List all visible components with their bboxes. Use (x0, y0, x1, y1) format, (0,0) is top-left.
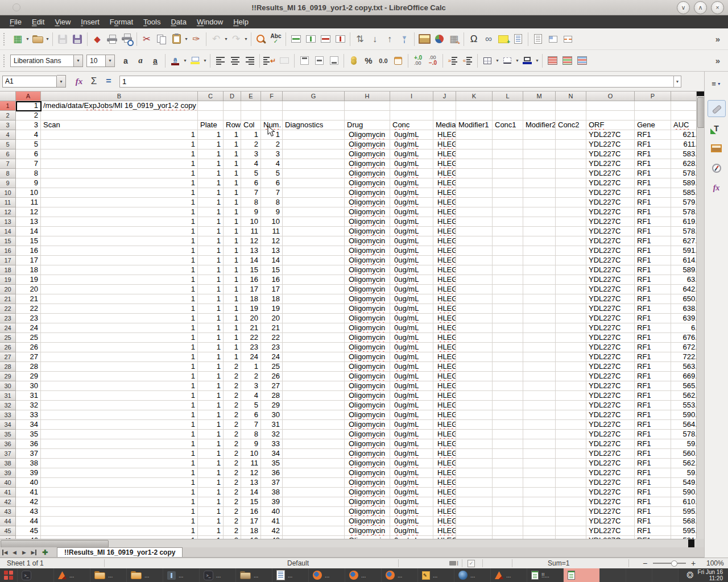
cell-F41[interactable]: 38 (261, 488, 283, 497)
autofilter-icon[interactable]: ▼ (397, 32, 412, 47)
decrease-indent-icon[interactable]: « (460, 53, 475, 68)
cell-J6[interactable]: HLEG (433, 149, 456, 159)
cell-G31[interactable] (283, 391, 345, 401)
cell-I11[interactable]: 0ug/mL (390, 198, 433, 207)
cell-E17[interactable]: 14 (241, 256, 261, 265)
cell-L5[interactable] (493, 140, 523, 149)
cell-G36[interactable] (283, 439, 345, 449)
cell-O38[interactable]: YDL227C (586, 459, 635, 468)
cell-Q30[interactable]: 565.5 (671, 381, 697, 391)
cell-F13[interactable]: 10 (261, 217, 283, 227)
align-right-icon[interactable] (242, 53, 257, 68)
cell-B38[interactable]: 1 (41, 459, 198, 468)
align-left-icon[interactable] (213, 53, 228, 68)
cell-D5[interactable]: 1 (224, 140, 241, 149)
border-color-dropdown-arrow[interactable]: ▼ (535, 53, 540, 68)
cell-O9[interactable]: YDL227C (586, 178, 635, 188)
cell-L13[interactable] (493, 217, 523, 227)
cell-J29[interactable]: HLEG (433, 372, 456, 381)
cell-B35[interactable]: 1 (41, 430, 198, 439)
cell-D10[interactable]: 1 (224, 188, 241, 198)
column-header-L[interactable]: L (493, 92, 523, 101)
cell-F24[interactable]: 21 (261, 323, 283, 333)
cell-K44[interactable] (456, 517, 493, 526)
cell-O24[interactable]: YDL227C (586, 323, 635, 333)
row-header-13[interactable]: 13 (0, 217, 16, 227)
cell-L19[interactable] (493, 275, 523, 285)
cell-B9[interactable]: 1 (41, 178, 198, 188)
cell-E41[interactable]: 14 (241, 488, 261, 497)
cell-M16[interactable] (523, 246, 556, 256)
cell-P28[interactable]: RF1 (635, 362, 671, 372)
cell-B4[interactable]: 1 (41, 130, 198, 140)
cell-O37[interactable]: YDL227C (586, 449, 635, 459)
cell-F8[interactable]: 5 (261, 169, 283, 178)
italic-icon[interactable]: a (133, 53, 148, 68)
column-header-A[interactable]: A (16, 92, 41, 101)
align-bottom-icon[interactable] (326, 53, 341, 68)
row-header-40[interactable]: 40 (0, 478, 16, 488)
cell-H34[interactable]: Oligomycin (345, 420, 390, 430)
cell-D16[interactable]: 1 (224, 246, 241, 256)
cell-C35[interactable]: 1 (198, 430, 224, 439)
cell-F6[interactable]: 3 (261, 149, 283, 159)
taskbar-item-system-settings[interactable]: ... (163, 568, 200, 582)
cell-J41[interactable]: HLEG (433, 488, 456, 497)
cell-G41[interactable] (283, 488, 345, 497)
cell-B29[interactable]: 1 (41, 372, 198, 381)
cell-P40[interactable]: RF1 (635, 478, 671, 488)
cell-B27[interactable]: 1 (41, 352, 198, 362)
formula-input-line[interactable] (119, 76, 674, 88)
cell-M32[interactable] (523, 401, 556, 410)
cell-B22[interactable]: 1 (41, 304, 198, 314)
taskbar-item-terminal[interactable]: >_... (200, 568, 236, 582)
cell-O33[interactable]: YDL227C (586, 410, 635, 420)
cell-P6[interactable]: RF1 (635, 149, 671, 159)
cell-J32[interactable]: HLEG (433, 401, 456, 410)
cell-A4[interactable]: 4 (16, 130, 41, 140)
align-top-icon[interactable] (297, 53, 312, 68)
cell-D43[interactable]: 2 (224, 507, 241, 517)
cell-M7[interactable] (523, 159, 556, 169)
cell-I21[interactable]: 0ug/mL (390, 294, 433, 304)
functions-icon[interactable]: fx (708, 180, 726, 197)
cell-C31[interactable]: 1 (198, 391, 224, 401)
undo-dropdown-arrow[interactable]: ▼ (224, 32, 229, 47)
cell-B20[interactable]: 1 (41, 285, 198, 294)
cell-B18[interactable]: 1 (41, 265, 198, 275)
cell-D11[interactable]: 1 (224, 198, 241, 207)
cell-M5[interactable] (523, 140, 556, 149)
cell-K14[interactable] (456, 227, 493, 236)
cell-B10[interactable]: 1 (41, 188, 198, 198)
cell-F7[interactable]: 4 (261, 159, 283, 169)
cell-P2[interactable] (635, 111, 671, 120)
cell-M45[interactable] (523, 526, 556, 536)
cell-F11[interactable]: 8 (261, 198, 283, 207)
cell-K34[interactable] (456, 420, 493, 430)
cell-K23[interactable] (456, 314, 493, 323)
cell-I30[interactable]: 0ug/mL (390, 381, 433, 391)
cell-N28[interactable] (556, 362, 586, 372)
cell-J9[interactable]: HLEG (433, 178, 456, 188)
cell-O12[interactable]: YDL227C (586, 207, 635, 217)
cell-E30[interactable]: 3 (241, 381, 261, 391)
cell-A34[interactable]: 34 (16, 420, 41, 430)
taskbar-item-libreoffice-calc[interactable]: !!... (527, 568, 564, 582)
cell-P27[interactable]: RF1 (635, 352, 671, 362)
cell-B3[interactable]: Scan (41, 120, 198, 130)
cell-F45[interactable]: 42 (261, 526, 283, 536)
row-header-39[interactable]: 39 (0, 468, 16, 478)
cell-M26[interactable] (523, 343, 556, 352)
cell-J4[interactable]: HLEG (433, 130, 456, 140)
cell-P18[interactable]: RF1 (635, 265, 671, 275)
cell-O3[interactable]: ORF (586, 120, 635, 130)
add-sheet-button[interactable]: ✚ (39, 547, 51, 557)
cell-G23[interactable] (283, 314, 345, 323)
cell-C39[interactable]: 1 (198, 468, 224, 478)
cell-H9[interactable]: Oligomycin (345, 178, 390, 188)
cell-L12[interactable] (493, 207, 523, 217)
cell-A39[interactable]: 39 (16, 468, 41, 478)
cell-M11[interactable] (523, 198, 556, 207)
cell-C40[interactable]: 1 (198, 478, 224, 488)
cut-icon[interactable]: ✂ (139, 32, 154, 47)
